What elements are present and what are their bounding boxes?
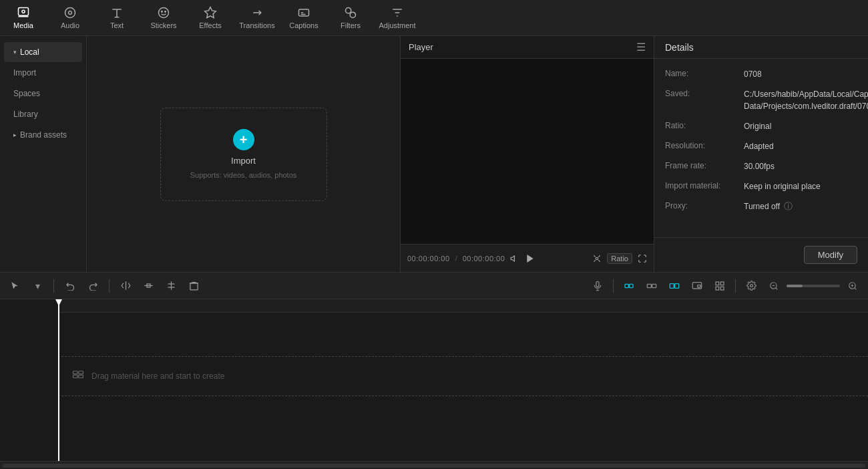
svg-rect-36 xyxy=(716,287,719,290)
cursor-tool[interactable] xyxy=(5,277,24,295)
zoom-minus-icon[interactable] xyxy=(764,277,784,295)
detail-value-import-material: Keep in original place xyxy=(744,180,857,192)
svg-rect-35 xyxy=(720,282,724,285)
trim-button[interactable] xyxy=(139,277,158,295)
toolbar-filters[interactable]: Filters xyxy=(327,0,374,36)
proxy-info: Turned off ⓘ xyxy=(744,200,793,212)
detail-row-ratio: Ratio: Original xyxy=(665,120,857,132)
detail-value-proxy: Turned off xyxy=(744,200,780,212)
toolbar-media[interactable]: Media xyxy=(0,0,47,36)
toolbar-divider-3 xyxy=(613,279,614,293)
grid-view-button[interactable] xyxy=(710,277,730,295)
toolbar-adjustment[interactable]: Adjustment xyxy=(374,0,421,36)
svg-rect-23 xyxy=(630,284,633,287)
svg-point-3 xyxy=(69,11,72,15)
ratio-badge[interactable]: Ratio xyxy=(607,253,632,264)
timeline-area: ▾ xyxy=(0,272,868,469)
toolbar-text[interactable]: Text xyxy=(93,0,140,36)
detail-value-resolution: Adapted xyxy=(744,140,857,152)
detail-value-framerate: 30.00fps xyxy=(744,160,857,172)
microphone-button[interactable] xyxy=(588,277,608,295)
svg-rect-46 xyxy=(73,371,78,374)
svg-point-10 xyxy=(350,12,355,17)
svg-line-45 xyxy=(855,287,857,289)
undo-button[interactable] xyxy=(61,277,79,295)
sidebar-item-local[interactable]: ▾ Local xyxy=(4,42,82,62)
svg-rect-25 xyxy=(647,284,651,287)
svg-point-38 xyxy=(750,285,752,287)
timeline-playhead[interactable] xyxy=(58,299,59,461)
toolbar-captions[interactable]: Captions xyxy=(280,0,327,36)
info-icon[interactable]: ⓘ xyxy=(784,200,793,212)
svg-rect-34 xyxy=(716,282,719,285)
svg-rect-21 xyxy=(596,281,599,287)
detail-label-framerate: Frame rate: xyxy=(665,160,738,170)
link-button-1[interactable] xyxy=(619,277,639,295)
align-center-button[interactable] xyxy=(162,277,180,295)
detail-label-name: Name: xyxy=(665,68,738,78)
zoom-track xyxy=(787,285,840,287)
svg-rect-47 xyxy=(79,371,83,374)
svg-marker-11 xyxy=(511,255,514,261)
timeline-right-controls xyxy=(588,277,863,295)
import-label: Import xyxy=(231,156,256,166)
player-viewport xyxy=(401,59,654,244)
svg-rect-8 xyxy=(299,9,309,16)
sidebar-item-import[interactable]: Import xyxy=(4,63,82,83)
link-button-3[interactable] xyxy=(664,277,684,295)
modify-button[interactable]: Modify xyxy=(804,246,857,264)
detail-label-resolution: Resolution: xyxy=(665,140,738,150)
pip-button[interactable] xyxy=(687,277,707,295)
detail-label-ratio: Ratio: xyxy=(665,120,738,130)
player-header: Player ☰ xyxy=(401,36,654,59)
toolbar-divider-2 xyxy=(109,279,110,293)
toolbar-effects[interactable]: Effects xyxy=(187,0,234,36)
sidebar-item-spaces[interactable]: Spaces xyxy=(4,84,82,104)
svg-point-1 xyxy=(22,10,25,13)
toolbar-transitions[interactable]: Transitions xyxy=(234,0,280,36)
sidebar-item-library[interactable]: Library xyxy=(4,104,82,124)
detail-value-ratio: Original xyxy=(744,120,857,132)
svg-point-4 xyxy=(159,8,169,18)
redo-button[interactable] xyxy=(83,277,102,295)
zoom-plus-icon[interactable] xyxy=(843,277,863,295)
split-button[interactable] xyxy=(116,277,135,295)
play-button[interactable] xyxy=(525,253,535,264)
sidebar-spaces-label: Spaces xyxy=(13,89,40,98)
timeline-scrollbar[interactable] xyxy=(0,461,868,469)
svg-rect-20 xyxy=(190,283,197,290)
scrollbar-track[interactable] xyxy=(3,464,865,468)
volume-icon[interactable] xyxy=(510,254,519,263)
svg-point-2 xyxy=(65,8,75,18)
timeline-toolbar: ▾ xyxy=(0,273,868,299)
link-button-2[interactable] xyxy=(642,277,662,295)
svg-marker-12 xyxy=(527,255,533,263)
svg-line-41 xyxy=(776,287,778,289)
left-sidebar: ▾ Local Import Spaces Library ▸ Brand as… xyxy=(0,36,87,272)
toolbar-divider-4 xyxy=(735,279,736,293)
zoom-slider-track[interactable] xyxy=(787,285,840,287)
detail-label-import-material: Import material: xyxy=(665,180,738,190)
svg-rect-0 xyxy=(19,8,29,16)
main-area: ▾ Local Import Spaces Library ▸ Brand as… xyxy=(0,36,868,272)
fullscreen-icon[interactable] xyxy=(638,254,647,263)
cursor-dropdown[interactable]: ▾ xyxy=(28,277,47,295)
sidebar-item-brand-assets[interactable]: ▸ Brand assets xyxy=(4,125,82,145)
delete-button[interactable] xyxy=(184,277,203,295)
arrow-icon: ▸ xyxy=(13,132,17,138)
player-menu-icon[interactable]: ☰ xyxy=(636,41,646,53)
timeline-content: Drag material here and start to create xyxy=(0,299,868,461)
detail-row-import-material: Import material: Keep in original place xyxy=(665,180,857,192)
player-controls: 00:00:00:00 / 00:00:00:00 Ratio xyxy=(401,244,654,272)
sidebar-import-label: Import xyxy=(13,68,36,77)
svg-point-5 xyxy=(162,11,163,13)
svg-rect-28 xyxy=(670,283,674,288)
import-box[interactable]: + Import Supports: videos, audios, photo… xyxy=(160,108,327,201)
toolbar-audio[interactable]: Audio xyxy=(47,0,93,36)
screenshot-icon[interactable] xyxy=(592,254,602,263)
svg-rect-37 xyxy=(720,287,724,290)
import-sub-label: Supports: videos, audios, photos xyxy=(190,171,297,179)
toolbar-stickers[interactable]: Stickers xyxy=(140,0,187,36)
settings-icon[interactable] xyxy=(741,277,761,295)
svg-rect-26 xyxy=(652,284,656,287)
